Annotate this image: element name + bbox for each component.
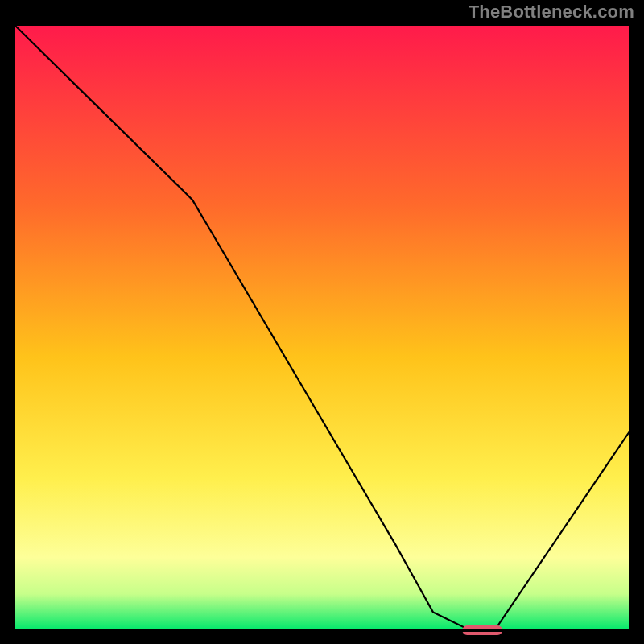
bottleneck-chart xyxy=(0,0,644,644)
watermark-text: TheBottleneck.com xyxy=(469,2,634,23)
